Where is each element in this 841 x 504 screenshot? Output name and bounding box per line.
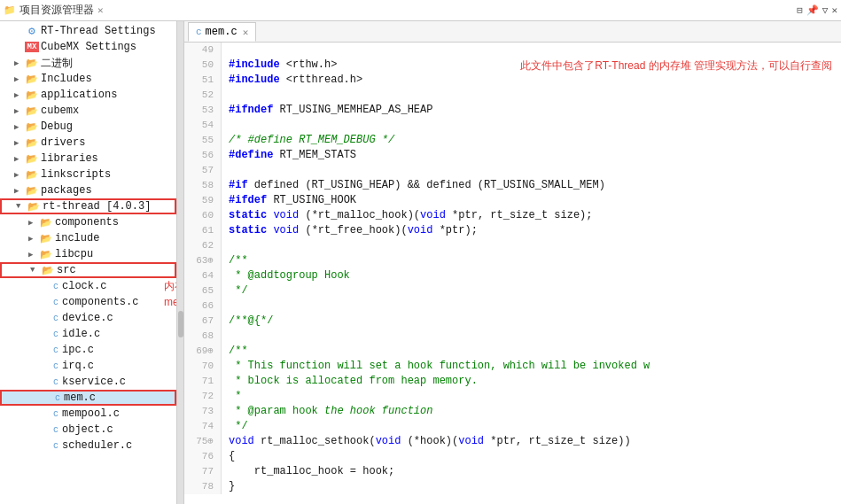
tree-label: CubeMX Settings — [41, 41, 136, 53]
settings-icon: ⚙ — [25, 24, 39, 38]
code-line-71: 71 * block is allocated from heap memory… — [184, 374, 841, 389]
line-content: #include <rthw.h> — [222, 58, 337, 73]
tree-item-libraries[interactable]: ▶ 📂 libraries — [0, 151, 176, 167]
file-c-icon: c — [53, 425, 58, 435]
code-line-54: 54 — [184, 118, 841, 133]
tree-label: Includes — [41, 73, 92, 85]
code-line-64: 64 * @addtogroup Hook — [184, 268, 841, 283]
code-line-57: 57 — [184, 163, 841, 178]
line-number: 58 — [184, 178, 222, 193]
tree-item-includes[interactable]: ▶ 📂 Includes — [0, 71, 176, 87]
tree-label: linkscripts — [41, 168, 111, 181]
left-scrollbar[interactable] — [177, 21, 184, 504]
code-editor[interactable]: 49 50 #include <rthw.h> 51 #include <rtt… — [184, 43, 841, 504]
line-number: 65 — [184, 283, 222, 299]
close-title-icon[interactable]: ✕ — [831, 4, 837, 16]
tree-item-kservice-c[interactable]: c kservice.c — [0, 374, 176, 390]
tree-item-binary[interactable]: ▶ 📂 二进制 — [0, 55, 176, 71]
tree-label: clock.c — [62, 280, 106, 292]
line-number: 54 — [184, 118, 222, 133]
code-line-66: 66 — [184, 299, 841, 314]
code-line-76: 76 { — [184, 449, 841, 464]
tree-item-mem-c[interactable]: c mem.c — [0, 390, 176, 406]
tree-item-object-c[interactable]: c object.c — [0, 422, 176, 438]
line-number: 76 — [184, 449, 222, 464]
file-c-icon: c — [55, 393, 60, 403]
tree-label: Debug — [41, 120, 73, 133]
cubemx-icon: MX — [25, 42, 39, 52]
tab-bar: c mem.c ✕ — [184, 21, 841, 43]
tree-item-cubemx[interactable]: ▶ 📂 cubemx — [0, 103, 176, 119]
tree-item-debug[interactable]: ▶ 📂 Debug — [0, 119, 176, 135]
tree-label: cubemx — [41, 105, 79, 117]
expand-icon[interactable]: ▽ — [822, 4, 829, 16]
tree-item-libcpu[interactable]: ▶ 📂 libcpu — [0, 246, 176, 262]
minimize-icon[interactable]: ⊟ — [797, 4, 803, 16]
tree-item-device-c[interactable]: c device.c — [0, 310, 176, 326]
pin-icon[interactable]: 📌 — [806, 4, 819, 16]
tree-item-irq-c[interactable]: c irq.c — [0, 358, 176, 374]
folder-open-icon: 📂 — [27, 201, 41, 213]
tree-item-mempool-c[interactable]: c mempool.c — [0, 406, 176, 422]
tree-item-cubemx-settings[interactable]: MX CubeMX Settings — [0, 39, 176, 55]
tree-item-components-c[interactable]: c components.c — [0, 294, 176, 310]
line-content: static void (*rt_malloc_hook)(void *ptr,… — [222, 208, 593, 223]
tree-item-rt-thread-settings[interactable]: ⚙ RT-Thread Settings — [0, 23, 176, 39]
folder-icon: 📂 — [25, 121, 39, 133]
tree-label: components.c — [62, 296, 138, 308]
tree-item-rt-thread[interactable]: ▼ 📂 rt-thread [4.0.3] — [0, 198, 176, 214]
tree-item-applications[interactable]: ▶ 📂 applications — [0, 87, 176, 103]
line-content: } — [222, 479, 235, 494]
line-content: static void (*rt_free_hook)(void *ptr); — [222, 223, 478, 238]
tab-mem-c[interactable]: c mem.c ✕ — [188, 22, 256, 42]
tab-file-icon: c — [196, 27, 202, 37]
line-number: 60 — [184, 208, 222, 223]
line-number: 77 — [184, 464, 222, 479]
line-content: /* #define RT_MEM_DEBUG */ — [222, 133, 394, 148]
folder-icon: 📂 — [39, 233, 53, 244]
tree-item-idle-c[interactable]: c idle.c — [0, 326, 176, 342]
code-line-68: 68 — [184, 329, 841, 344]
code-line-75: 75⊕ void rt_malloc_sethook(void (*hook)(… — [184, 434, 841, 449]
line-content: * This function will set a hook function… — [222, 359, 650, 374]
tree-label: rt-thread [4.0.3] — [43, 200, 151, 213]
tree-item-src[interactable]: ▼ 📂 src — [0, 262, 176, 278]
tree-label: src — [57, 264, 76, 276]
line-content: * @addtogroup Hook — [222, 268, 350, 283]
line-number: 75⊕ — [184, 434, 222, 449]
code-line-63: 63⊕ /** — [184, 253, 841, 268]
line-number: 63⊕ — [184, 253, 222, 268]
file-c-icon: c — [53, 330, 58, 339]
line-number: 69⊕ — [184, 344, 222, 359]
tree-item-clock-c[interactable]: c clock.c — [0, 278, 176, 294]
line-content: rt_malloc_hook = hook; — [222, 464, 394, 479]
line-content: /** — [222, 344, 248, 359]
line-number: 71 — [184, 374, 222, 389]
line-number: 49 — [184, 43, 222, 58]
tree-label: kservice.c — [62, 376, 126, 388]
tree-item-packages[interactable]: ▶ 📂 packages — [0, 182, 176, 198]
line-number: 68 — [184, 329, 222, 344]
tree-label: include — [55, 232, 99, 244]
line-number: 56 — [184, 148, 222, 163]
tree-label: ipc.c — [62, 344, 94, 356]
code-line-50: 50 #include <rthw.h> — [184, 58, 841, 73]
line-content: void rt_malloc_sethook(void (*hook)(void… — [222, 434, 631, 449]
line-content: #define RT_MEM_STATS — [222, 148, 356, 163]
title-close-icon[interactable]: ✕ — [97, 4, 104, 16]
tree-label: mem.c — [64, 392, 96, 404]
line-number: 64 — [184, 268, 222, 283]
tree-item-drivers[interactable]: ▶ 📂 drivers — [0, 135, 176, 151]
tree-item-ipc-c[interactable]: c ipc.c — [0, 342, 176, 358]
project-tree: ⚙ RT-Thread Settings MX CubeMX Settings … — [0, 21, 176, 504]
code-line-78: 78 } — [184, 479, 841, 494]
tree-item-include[interactable]: ▶ 📂 include — [0, 230, 176, 246]
tree-item-linkscripts[interactable]: ▶ 📂 linkscripts — [0, 167, 176, 182]
folder-icon: 📂 — [39, 217, 53, 229]
tree-label: RT-Thread Settings — [41, 25, 156, 37]
tree-item-scheduler-c[interactable]: c scheduler.c — [0, 438, 176, 454]
tree-item-components[interactable]: ▶ 📂 components — [0, 214, 176, 230]
title-bar: 📁 项目资源管理器 ✕ ⊟ 📌 ▽ ✕ — [0, 0, 841, 21]
tab-close-button[interactable]: ✕ — [243, 27, 249, 38]
file-c-icon: c — [53, 345, 58, 355]
